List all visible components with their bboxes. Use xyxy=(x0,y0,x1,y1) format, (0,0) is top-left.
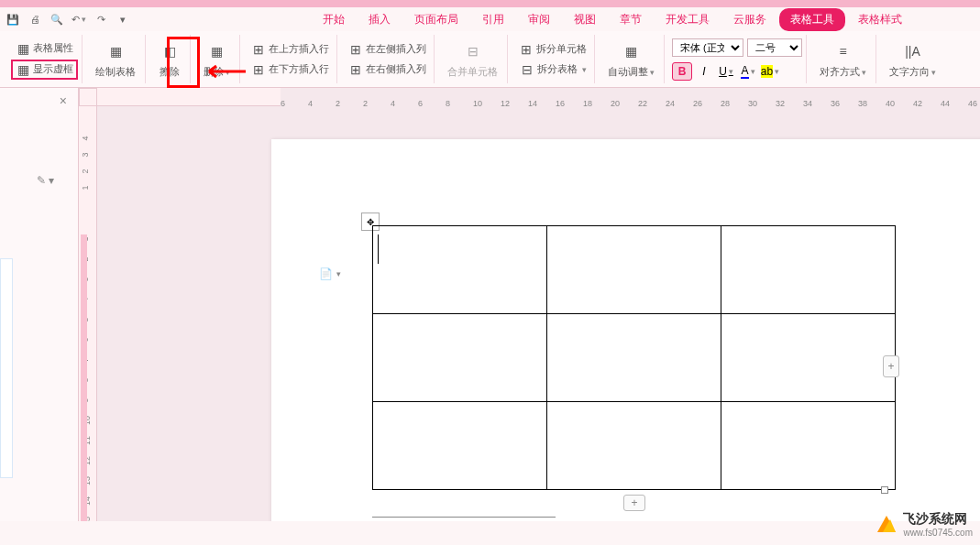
text-direction-button[interactable]: ||A文字方向▾ xyxy=(884,37,941,82)
add-column-button[interactable]: + xyxy=(883,355,899,377)
pen-icon[interactable]: ✎ ▾ xyxy=(37,174,54,187)
autofit-button[interactable]: ▦自动调整▾ xyxy=(602,37,660,82)
horizontal-ruler[interactable]: 6422468101214161820222426283032343638404… xyxy=(97,88,281,106)
text-dir-icon: ||A xyxy=(902,40,924,62)
table-row[interactable] xyxy=(373,226,896,314)
delete-icon: ▦ xyxy=(206,40,228,62)
font-size-select[interactable]: 二号 xyxy=(747,38,802,57)
preview-icon[interactable]: 🔍 xyxy=(50,12,64,27)
underline-button[interactable]: U▾ xyxy=(716,62,736,81)
highlight-button[interactable]: ab▾ xyxy=(760,62,780,81)
redo-icon[interactable]: ↷ xyxy=(94,12,108,27)
close-icon[interactable]: × xyxy=(60,93,67,108)
tab-table-style[interactable]: 表格样式 xyxy=(847,8,913,31)
watermark-url: www.fs0745.com xyxy=(903,528,973,538)
navigation-sidebar: × ✎ ▾ xyxy=(0,88,79,521)
bold-button[interactable]: B xyxy=(672,62,692,81)
table-cell[interactable] xyxy=(547,402,721,490)
italic-button[interactable]: I xyxy=(694,62,714,81)
font-name-select[interactable]: 宋体 (正文) xyxy=(672,38,743,57)
table-cell[interactable] xyxy=(721,402,896,490)
draw-table-button[interactable]: ▦绘制表格 xyxy=(90,37,141,82)
dropdown-icon[interactable]: ▾ xyxy=(116,12,130,27)
insert-above-button[interactable]: ⊞在上方插入行 xyxy=(248,40,333,59)
tab-cloud[interactable]: 云服务 xyxy=(722,8,777,31)
table-cell[interactable] xyxy=(547,226,721,314)
insert-left-icon: ⊞ xyxy=(348,42,363,57)
table-props-icon: ▦ xyxy=(16,41,30,56)
tab-table-tools[interactable]: 表格工具 xyxy=(779,8,845,31)
show-gridlines-button[interactable]: ▦显示虚框 xyxy=(11,60,78,80)
table-properties-button[interactable]: ▦表格属性 xyxy=(12,39,77,58)
ribbon-tabs: 开始 插入 页面布局 引用 审阅 视图 章节 开发工具 云服务 表格工具 表格样… xyxy=(0,7,980,31)
tab-references[interactable]: 引用 xyxy=(471,8,515,31)
gridlines-icon: ▦ xyxy=(16,62,30,77)
table-cell[interactable] xyxy=(373,314,547,402)
table-cell[interactable] xyxy=(373,226,547,314)
watermark: 飞沙系统网 www.fs0745.com xyxy=(875,511,973,538)
save-icon[interactable]: 💾 xyxy=(6,12,20,27)
insert-right-icon: ⊞ xyxy=(348,62,363,77)
tab-insert[interactable]: 插入 xyxy=(358,8,402,31)
insert-below-button[interactable]: ⊞在下方插入行 xyxy=(248,60,333,79)
tab-developer[interactable]: 开发工具 xyxy=(655,8,721,31)
split-table-icon: ⊟ xyxy=(520,62,534,77)
table-resize-handle[interactable] xyxy=(881,486,888,494)
add-row-button[interactable]: + xyxy=(623,495,645,511)
undo-icon[interactable]: ↶▾ xyxy=(72,12,86,27)
autofit-icon: ▦ xyxy=(621,40,643,62)
table-cell[interactable] xyxy=(373,402,547,490)
insert-below-icon: ⊞ xyxy=(251,62,266,77)
watermark-logo-icon xyxy=(875,514,897,536)
watermark-brand: 飞沙系统网 xyxy=(903,511,973,528)
table-row[interactable] xyxy=(373,314,896,402)
text-cursor xyxy=(378,234,379,264)
draw-table-icon: ▦ xyxy=(105,40,127,62)
thumbnail-panel[interactable] xyxy=(0,258,13,478)
font-color-button[interactable]: A▾ xyxy=(738,62,758,81)
tab-start[interactable]: 开始 xyxy=(312,8,356,31)
smart-tag-button[interactable]: 📄▾ xyxy=(319,267,341,280)
vertical-ruler[interactable]: 432112345678910111213141516 xyxy=(79,106,97,521)
insert-right-button[interactable]: ⊞在右侧插入列 xyxy=(345,60,430,79)
merge-cells-button: ⊟合并单元格 xyxy=(442,37,503,82)
table-cell[interactable] xyxy=(721,314,896,402)
merge-icon: ⊟ xyxy=(462,40,484,62)
table-cell[interactable] xyxy=(721,226,896,314)
delete-button[interactable]: ▦删除▾ xyxy=(198,37,236,82)
split-table-button[interactable]: ⊟拆分表格▾ xyxy=(516,60,590,79)
alignment-button[interactable]: ≡对齐方式▾ xyxy=(814,37,872,82)
ribbon-toolbar: ▦表格属性 ▦显示虚框 ▦绘制表格 ◧擦除 ▦删除▾ ⊞在上方插入行 ⊞在下方插… xyxy=(0,31,980,88)
tab-review[interactable]: 审阅 xyxy=(517,8,561,31)
tab-page-layout[interactable]: 页面布局 xyxy=(403,8,469,31)
split-cells-icon: ⊞ xyxy=(519,42,534,57)
tab-chapter[interactable]: 章节 xyxy=(609,8,653,31)
footnote-separator xyxy=(372,517,556,518)
split-cells-button[interactable]: ⊞拆分单元格 xyxy=(515,40,590,59)
document-table[interactable] xyxy=(372,225,896,490)
insert-left-button[interactable]: ⊞在左侧插入列 xyxy=(345,40,430,59)
tab-view[interactable]: 视图 xyxy=(563,8,607,31)
table-row[interactable] xyxy=(373,402,896,490)
print-icon[interactable]: 🖨 xyxy=(28,12,42,27)
eraser-icon: ◧ xyxy=(159,40,181,62)
insert-above-icon: ⊞ xyxy=(251,42,266,57)
table-cell[interactable] xyxy=(547,314,721,402)
align-icon: ≡ xyxy=(832,40,854,62)
ruler-corner xyxy=(79,88,97,106)
eraser-button[interactable]: ◧擦除 xyxy=(153,37,186,82)
